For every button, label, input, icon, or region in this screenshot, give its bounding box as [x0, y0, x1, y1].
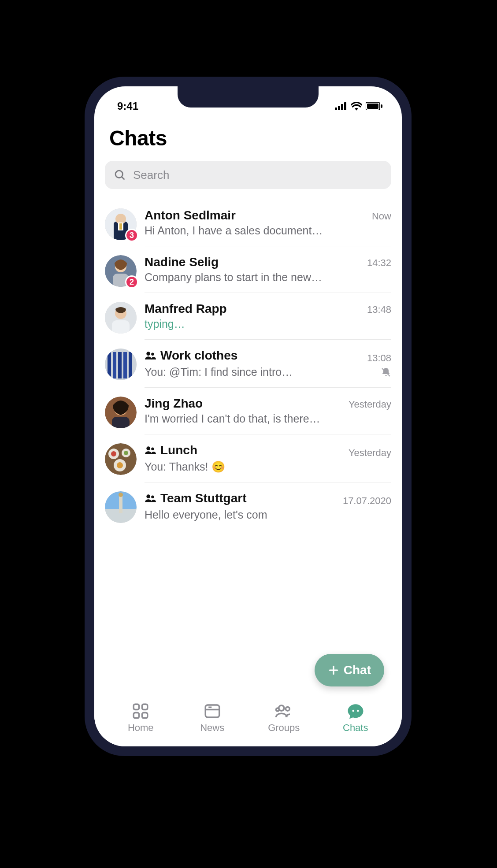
new-chat-button[interactable]: Chat: [315, 654, 384, 686]
battery-icon: [366, 102, 382, 110]
header: Chats: [94, 117, 402, 161]
tab-label: Groups: [268, 722, 300, 734]
chat-time: 14:32: [367, 257, 391, 269]
phone-screen: 9:41 Chats 3: [94, 86, 402, 746]
chat-row[interactable]: Work clothes 13:08 You: @Tim: I find sin…: [94, 340, 402, 388]
chat-preview: I'm worried I can't do that, is there…: [145, 412, 320, 425]
svg-point-48: [146, 494, 150, 498]
svg-rect-54: [134, 712, 139, 718]
svg-rect-5: [367, 104, 378, 109]
chat-name: Team Stuttgart: [160, 491, 247, 505]
avatar: [105, 443, 137, 475]
search-wrap: [94, 161, 402, 193]
chat-preview: Company plans to start in the new…: [145, 271, 322, 284]
tab-label: News: [200, 722, 224, 734]
svg-point-7: [115, 171, 122, 178]
svg-rect-13: [119, 223, 122, 230]
chat-name: Jing Zhao: [145, 397, 203, 411]
chat-row[interactable]: 3 Anton Sedlmair Now Hi Anton, I have a …: [94, 200, 402, 246]
chat-row[interactable]: Manfred Rapp 13:48 typing…: [94, 293, 402, 340]
news-icon: [203, 702, 222, 720]
tab-groups[interactable]: Groups: [260, 702, 308, 734]
svg-rect-56: [205, 705, 219, 717]
tab-news[interactable]: News: [188, 702, 237, 734]
avatar: 3: [105, 208, 137, 240]
group-icon: [145, 493, 156, 504]
bell-off-icon: [381, 367, 391, 378]
search-input[interactable]: [133, 168, 382, 182]
home-icon: [131, 702, 150, 720]
tab-home[interactable]: Home: [116, 702, 165, 734]
phone-notch: [178, 86, 319, 108]
chat-time: Yesterday: [349, 399, 391, 410]
svg-rect-52: [134, 704, 139, 709]
plus-icon: [328, 664, 339, 676]
avatar: [105, 491, 137, 523]
status-indicators: [335, 102, 382, 111]
chat-preview: Hi Anton, I have a sales document…: [145, 224, 323, 237]
chat-name: Anton Sedlmair: [145, 208, 236, 223]
chat-name: Nadine Selig: [145, 255, 219, 269]
tab-label: Home: [128, 722, 154, 734]
svg-point-60: [286, 707, 290, 711]
chat-time: 13:48: [367, 304, 391, 315]
svg-rect-26: [129, 352, 132, 378]
svg-rect-25: [123, 352, 127, 378]
chat-list[interactable]: 3 Anton Sedlmair Now Hi Anton, I have a …: [94, 193, 402, 692]
svg-rect-6: [381, 104, 382, 108]
svg-rect-1: [338, 106, 340, 110]
chat-row[interactable]: Team Stuttgart 17.07.2020 Hello everyone…: [94, 482, 402, 530]
svg-rect-24: [118, 352, 122, 378]
avatar: 2: [105, 255, 137, 287]
tab-label: Chats: [343, 722, 368, 734]
svg-point-41: [146, 446, 150, 450]
svg-rect-23: [113, 352, 116, 378]
svg-line-8: [122, 177, 125, 180]
search-icon: [114, 169, 126, 181]
svg-rect-22: [108, 352, 111, 378]
svg-rect-46: [119, 496, 122, 513]
chat-preview: You: Thanks! 😊: [145, 460, 225, 473]
avatar: [105, 349, 137, 380]
svg-rect-55: [142, 712, 148, 718]
tab-bar: Home News Groups Chats: [94, 692, 402, 746]
svg-point-47: [119, 493, 123, 497]
chat-row[interactable]: Jing Zhao Yesterday I'm worried I can't …: [94, 388, 402, 434]
chat-time: 17.07.2020: [343, 495, 391, 507]
chat-row[interactable]: 2 Nadine Selig 14:32 Company plans to st…: [94, 246, 402, 293]
groups-icon: [274, 702, 293, 720]
chat-name: Lunch: [160, 443, 197, 457]
svg-point-28: [151, 353, 154, 356]
chat-row[interactable]: Lunch Yesterday You: Thanks! 😊: [94, 434, 402, 482]
svg-rect-2: [341, 104, 343, 110]
unread-badge: 3: [125, 229, 138, 242]
svg-point-63: [357, 709, 359, 712]
svg-point-62: [352, 709, 354, 712]
chat-name: Work clothes: [160, 349, 237, 363]
group-icon: [145, 350, 156, 361]
cellular-icon: [335, 102, 347, 110]
svg-rect-53: [142, 704, 148, 709]
svg-rect-0: [335, 108, 337, 110]
group-icon: [145, 445, 156, 456]
chat-time: Yesterday: [349, 447, 391, 459]
svg-point-38: [111, 451, 116, 456]
svg-point-39: [124, 451, 128, 455]
search-bar[interactable]: [105, 161, 391, 189]
svg-point-40: [117, 462, 123, 468]
chat-preview: typing…: [145, 318, 185, 330]
svg-point-61: [276, 708, 279, 711]
wifi-icon: [351, 102, 362, 111]
tab-chats[interactable]: Chats: [331, 702, 380, 734]
svg-point-27: [146, 352, 150, 356]
chat-preview: You: @Tim: I find since intro…: [145, 366, 293, 378]
svg-point-42: [151, 448, 154, 451]
svg-rect-3: [344, 102, 346, 110]
phone-frame: 9:41 Chats 3: [85, 77, 412, 756]
chat-name: Manfred Rapp: [145, 302, 227, 316]
avatar: [105, 302, 137, 334]
page-title: Chats: [109, 126, 387, 150]
svg-rect-32: [112, 417, 130, 428]
chat-time: Now: [372, 211, 391, 222]
fab-label: Chat: [344, 663, 371, 677]
